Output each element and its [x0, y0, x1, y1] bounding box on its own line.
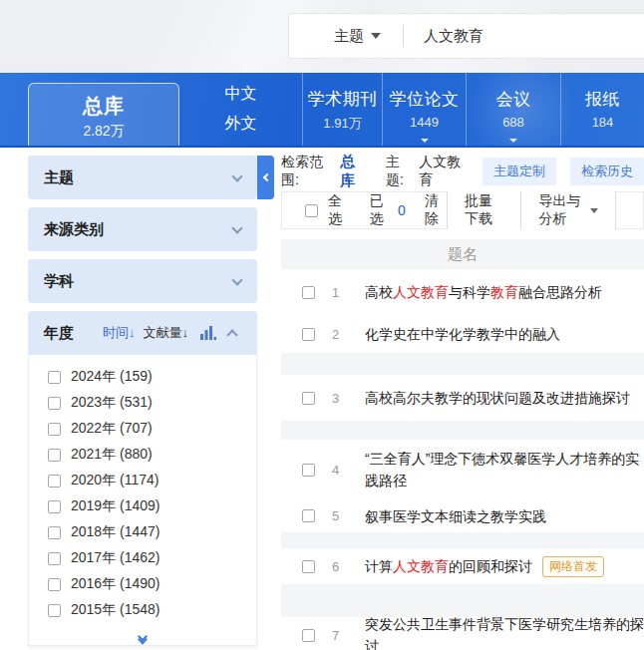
results-list: 1高校人文教育与科学教育融合思路分析2化学史在中学化学教学中的融入3高校高尔夫教…	[281, 269, 644, 650]
chevron-down-icon	[590, 208, 598, 213]
chevron-down-icon	[371, 33, 381, 39]
result-title-link[interactable]: 化学史在中学化学教学中的融入	[365, 323, 560, 345]
column-header-title[interactable]: 题名	[281, 239, 644, 269]
export-analyze-button[interactable]: 导出与分析	[520, 191, 616, 229]
year-label: 2020年 (1174)	[71, 472, 159, 489]
year-checkbox[interactable]	[48, 423, 61, 436]
results-pane: 检索范围: 总库 主题: 人文教育 主题定制检索历史 全选 已选 0 清除 批量…	[281, 148, 644, 650]
topic-value: 人文教育	[419, 154, 469, 189]
year-checkbox[interactable]	[48, 371, 61, 384]
result-title-link[interactable]: 高校人文教育与科学教育融合思路分析	[365, 281, 602, 303]
year-filter-item[interactable]: 2021年 (880)	[29, 442, 256, 468]
result-row: 4“三全育人”理念下德术双馨医学人才培养的实践路径	[281, 440, 644, 499]
year-filter-title: 年度	[44, 324, 74, 343]
search-field-label: 主题	[334, 27, 364, 46]
chevron-up-icon[interactable]	[226, 329, 237, 340]
year-checkbox[interactable]	[48, 578, 61, 591]
action-badge[interactable]: 主题定制	[483, 158, 556, 185]
row-number: 4	[332, 463, 348, 478]
show-more-years-button[interactable]	[140, 633, 147, 639]
year-filter-item[interactable]: 2015年 (1548)	[29, 597, 256, 623]
row-number: 5	[332, 508, 348, 523]
year-filter-item[interactable]: 2017年 (1462)	[29, 545, 256, 571]
row-checkbox[interactable]	[302, 392, 315, 405]
action-badge[interactable]: 检索历史	[570, 158, 644, 185]
year-checkbox[interactable]	[48, 449, 61, 462]
tab-total-library-label: 总库	[29, 93, 178, 120]
title-text: 高校	[365, 284, 393, 300]
result-title-link[interactable]: 计算人文教育的回顾和探讨	[365, 555, 532, 577]
result-title-link[interactable]: 叙事医学文本细读之教学实践	[365, 505, 546, 527]
language-tabs: 中文外文	[179, 73, 302, 146]
tab-database[interactable]: 学位论文1449	[382, 73, 466, 146]
sidebar-collapse-button[interactable]	[257, 156, 274, 199]
year-filter-header: 年度 时间↓ 文献量↓	[28, 311, 257, 355]
year-filter-item[interactable]: 2020年 (1174)	[29, 468, 256, 493]
filter-panel[interactable]: 来源类别	[28, 207, 257, 251]
search-input[interactable]: 人文教育	[404, 27, 483, 46]
year-label: 2016年 (1490)	[71, 575, 161, 593]
year-checkbox[interactable]	[48, 552, 61, 565]
year-checkbox[interactable]	[48, 500, 61, 513]
row-checkbox[interactable]	[302, 629, 315, 642]
tab-database[interactable]: 会议688	[466, 73, 560, 146]
scope-actions: 主题定制检索历史	[469, 158, 644, 185]
tab-label: 会议	[467, 88, 560, 111]
title-text: 融合思路分析	[518, 284, 602, 300]
year-checkbox[interactable]	[48, 475, 61, 488]
row-checkbox[interactable]	[302, 328, 315, 341]
row-checkbox[interactable]	[302, 560, 315, 573]
topic-label: 主题:	[386, 154, 414, 189]
sort-by-count-button[interactable]: 文献量↓	[144, 324, 189, 342]
year-filter-list: 2024年 (159)2023年 (531)2022年 (707)2021年 (…	[28, 355, 257, 646]
title-text: 高校高尔夫教学的现状问题及改进措施探讨	[365, 390, 630, 406]
year-checkbox[interactable]	[48, 604, 61, 617]
batch-download-button[interactable]: 批量下载	[447, 191, 520, 229]
year-label: 2022年 (707)	[71, 420, 153, 438]
export-analyze-label: 导出与分析	[538, 192, 583, 228]
title-text: 化学史在中学化学教学中的融入	[365, 326, 560, 342]
scope-value-link[interactable]: 总库	[340, 153, 367, 190]
row-number: 1	[332, 285, 348, 300]
clear-selection-button[interactable]: 清除	[425, 192, 447, 228]
chevron-down-icon	[421, 139, 429, 143]
result-row: 3高校高尔夫教学的现状问题及改进措施探讨	[281, 375, 644, 421]
result-title-link[interactable]: 高校高尔夫教学的现状问题及改进措施探讨	[365, 387, 630, 409]
tab-language-中文[interactable]: 中文	[225, 84, 257, 105]
online-first-badge[interactable]: 网络首发	[542, 556, 604, 577]
bar-chart-icon[interactable]	[200, 326, 216, 340]
result-row: 6计算人文教育的回顾和探讨网络首发	[281, 548, 644, 584]
tab-database[interactable]: 学术期刊1.91万	[302, 73, 382, 146]
toolbar-buttons: 批量下载 导出与分析	[447, 191, 616, 229]
year-checkbox[interactable]	[48, 397, 61, 410]
filter-panel[interactable]: 主题	[28, 156, 257, 199]
year-filter-item[interactable]: 2022年 (707)	[29, 416, 256, 442]
row-checkbox[interactable]	[302, 286, 315, 299]
year-filter-item[interactable]: 2018年 (1447)	[29, 519, 256, 545]
row-checkbox[interactable]	[302, 509, 315, 522]
search-field-selector[interactable]: 主题	[289, 27, 403, 46]
year-filter-item[interactable]: 2023年 (531)	[29, 390, 256, 416]
year-checkbox[interactable]	[48, 526, 61, 539]
tab-language-外文[interactable]: 外文	[225, 114, 257, 135]
select-all-label[interactable]: 全选	[328, 192, 350, 228]
select-all-checkbox[interactable]	[305, 204, 318, 217]
result-title-link[interactable]: “三全育人”理念下德术双馨医学人才培养的实践路径	[365, 448, 644, 491]
search-box: 主题 人文教育	[288, 13, 644, 59]
tab-database[interactable]: 报纸184	[560, 73, 644, 146]
highlighted-term: 教育	[490, 284, 518, 300]
result-title-link[interactable]: 突发公共卫生事件背景下医学研究生培养的探讨	[365, 613, 644, 650]
year-filter-item[interactable]: 2019年 (1409)	[29, 493, 256, 519]
row-checkbox[interactable]	[302, 464, 315, 477]
result-row: 5叙事医学文本细读之教学实践	[281, 499, 644, 532]
title-text: 与科学	[449, 284, 490, 300]
year-label: 2017年 (1462)	[71, 549, 161, 567]
filter-panel[interactable]: 学科	[28, 259, 257, 303]
tab-count: 688	[467, 115, 560, 130]
year-filter-item[interactable]: 2016年 (1490)	[29, 571, 256, 597]
tab-label: 学位论文	[383, 88, 466, 111]
tab-total-library[interactable]: 总库 2.82万	[28, 83, 179, 146]
sort-by-time-button[interactable]: 时间↓	[103, 324, 136, 342]
year-filter-item[interactable]: 2024年 (159)	[29, 364, 256, 390]
chevron-down-icon	[231, 274, 242, 285]
